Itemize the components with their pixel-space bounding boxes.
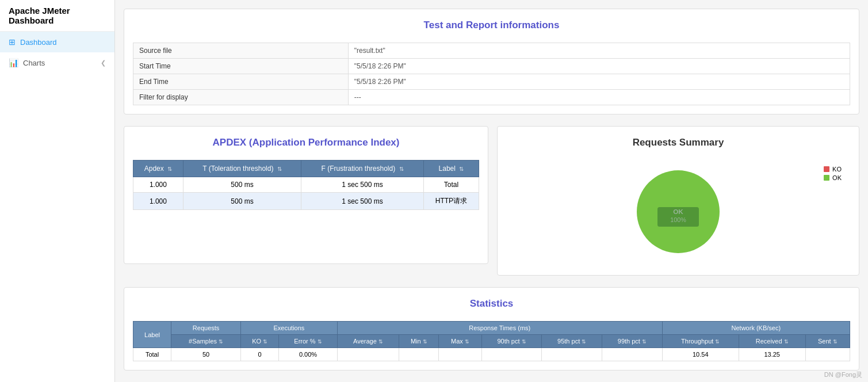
sort-icon: ⇅ — [318, 339, 322, 345]
stats-col-sent[interactable]: Sent ⇅ — [805, 335, 850, 348]
apdex-row: 1.000500 ms1 sec 500 msHTTP请求 — [133, 193, 479, 210]
apdex-row: 1.000500 ms1 sec 500 msTotal — [133, 177, 479, 193]
apdex-cell-apdex: 1.000 — [133, 193, 183, 210]
stats-cell-error: 0.00% — [279, 348, 338, 361]
stats-col-label[interactable]: Label — [133, 322, 171, 348]
report-info-row-label: Start Time — [133, 59, 349, 74]
statistics-title: Statistics — [124, 288, 859, 315]
statistics-body: Label Requests Executions Response Times… — [124, 315, 859, 370]
stats-col-ko[interactable]: KO ⇅ — [241, 335, 279, 348]
report-info-row: Source file"result.txt" — [133, 43, 850, 59]
sort-icon: ⇅ — [833, 339, 838, 345]
sort-icon: ⇅ — [459, 166, 464, 172]
report-info-row-value: --- — [348, 90, 850, 105]
stats-cell-avg — [337, 348, 399, 361]
apdex-card: APDEX (Application Performance Index) Ap… — [124, 126, 488, 264]
apdex-col-f[interactable]: F (Frustration threshold) ⇅ — [301, 161, 424, 177]
apdex-title: APDEX (Application Performance Index) — [124, 127, 488, 154]
sort-icon: ⇅ — [423, 339, 427, 345]
sort-icon: ⇅ — [167, 166, 172, 172]
stats-cell-min — [399, 348, 439, 361]
report-info-row-label: Filter for display — [133, 90, 349, 105]
sidebar-toggle[interactable]: ❮ — [101, 59, 106, 67]
apdex-col-apdex[interactable]: Apdex ⇅ — [133, 161, 183, 177]
stats-cell-max — [439, 348, 481, 361]
stats-row: Total 50 0 0.00% 10.54 13.25 — [133, 348, 850, 361]
report-info-table: Source file"result.txt"Start Time"5/5/18… — [133, 43, 850, 105]
apdex-cell-t: 500 ms — [183, 193, 301, 210]
charts-icon: 📊 — [9, 58, 18, 67]
sort-icon: ⇅ — [642, 339, 647, 345]
report-info-body: Source file"result.txt"Start Time"5/5/18… — [124, 37, 859, 114]
dashboard-icon: ⊞ — [9, 37, 16, 47]
stats-cell-pct99 — [602, 348, 663, 361]
sidebar-item-dashboard[interactable]: ⊞ Dashboard — [0, 32, 114, 52]
stats-col-max[interactable]: Max ⇅ — [439, 335, 481, 348]
apdex-body: Apdex ⇅ T (Toleration threshold) ⇅ F (Fr… — [124, 154, 488, 219]
sort-icon: ⇅ — [219, 339, 223, 345]
stats-cell-ko: 0 — [241, 348, 279, 361]
apdex-cell-f: 1 sec 500 ms — [301, 177, 424, 193]
chart-area: OK 100% KO OK — [498, 154, 859, 275]
stats-col-avg[interactable]: Average ⇅ — [337, 335, 399, 348]
legend-ok-dot — [824, 175, 829, 181]
legend-ko-dot — [824, 166, 829, 172]
apdex-cell-label: Total — [423, 177, 479, 193]
stats-col-pct90[interactable]: 90th pct ⇅ — [481, 335, 542, 348]
legend-ok-label: OK — [832, 174, 842, 181]
report-info-title: Test and Report informations — [124, 9, 859, 37]
stats-cell-samples: 50 — [171, 348, 241, 361]
stats-cell-received: 13.25 — [739, 348, 805, 361]
sort-icon: ⇅ — [784, 339, 789, 345]
apdex-col-t[interactable]: T (Toleration threshold) ⇅ — [183, 161, 301, 177]
apdex-table: Apdex ⇅ T (Toleration threshold) ⇅ F (Fr… — [133, 160, 479, 210]
stats-col-throughput[interactable]: Throughput ⇅ — [662, 335, 739, 348]
pie-chart: OK 100% — [626, 160, 730, 263]
stats-col-pct99[interactable]: 99th pct ⇅ — [602, 335, 663, 348]
sort-icon: ⇅ — [715, 339, 720, 345]
report-info-row-value: "result.txt" — [348, 43, 850, 59]
report-info-row-label: Source file — [133, 43, 349, 59]
sort-icon: ⇅ — [465, 339, 469, 345]
sort-icon: ⇅ — [582, 339, 586, 345]
apdex-cell-apdex: 1.000 — [133, 177, 183, 193]
statistics-table: Label Requests Executions Response Times… — [133, 321, 850, 361]
apdex-cell-t: 500 ms — [183, 177, 301, 193]
stats-cell-pct95 — [542, 348, 602, 361]
stats-cell-pct90 — [481, 348, 542, 361]
legend-ko: KO — [824, 166, 842, 173]
main-content: Test and Report informations Source file… — [115, 0, 868, 382]
report-info-row-label: End Time — [133, 74, 349, 90]
sort-icon: ⇅ — [277, 166, 282, 172]
requests-summary-title: Requests Summary — [498, 127, 859, 154]
stats-col-received[interactable]: Received ⇅ — [739, 335, 805, 348]
pie-legend: KO OK — [824, 166, 842, 183]
stats-col-error[interactable]: Error % ⇅ — [279, 335, 338, 348]
sidebar: Apache JMeter Dashboard ⊞ Dashboard 📊 Ch… — [0, 0, 115, 382]
stats-group-executions: Executions — [241, 322, 338, 335]
stats-group-network: Network (KB/sec) — [662, 322, 850, 335]
apdex-col-label[interactable]: Label ⇅ — [423, 161, 479, 177]
statistics-card: Statistics Label Requests Executions Res… — [124, 287, 859, 370]
report-info-row: End Time"5/5/18 2:26 PM" — [133, 74, 850, 90]
report-info-row: Start Time"5/5/18 2:26 PM" — [133, 59, 850, 74]
stats-group-requests: Requests — [171, 322, 241, 335]
sidebar-dashboard-label: Dashboard — [20, 38, 57, 47]
sort-icon: ⇅ — [522, 339, 526, 345]
sidebar-charts-label: Charts — [23, 59, 45, 67]
stats-col-min[interactable]: Min ⇅ — [399, 335, 439, 348]
sidebar-item-charts[interactable]: 📊 Charts ❮ — [0, 52, 114, 73]
stats-group-header: Label Requests Executions Response Times… — [133, 322, 850, 335]
stats-col-samples[interactable]: #Samples ⇅ — [171, 335, 241, 348]
legend-ko-label: KO — [832, 166, 842, 173]
requests-summary-card: Requests Summary OK 100% KO — [497, 126, 859, 276]
stats-cell-sent — [805, 348, 850, 361]
report-info-card: Test and Report informations Source file… — [124, 9, 859, 114]
report-info-row-value: "5/5/18 2:26 PM" — [348, 74, 850, 90]
stats-col-pct95[interactable]: 95th pct ⇅ — [542, 335, 602, 348]
pie-label-bg — [657, 207, 699, 227]
apdex-cell-label: HTTP请求 — [423, 193, 479, 210]
sort-icon: ⇅ — [399, 166, 404, 172]
stats-cell-label: Total — [133, 348, 171, 361]
sort-icon: ⇅ — [263, 339, 267, 345]
